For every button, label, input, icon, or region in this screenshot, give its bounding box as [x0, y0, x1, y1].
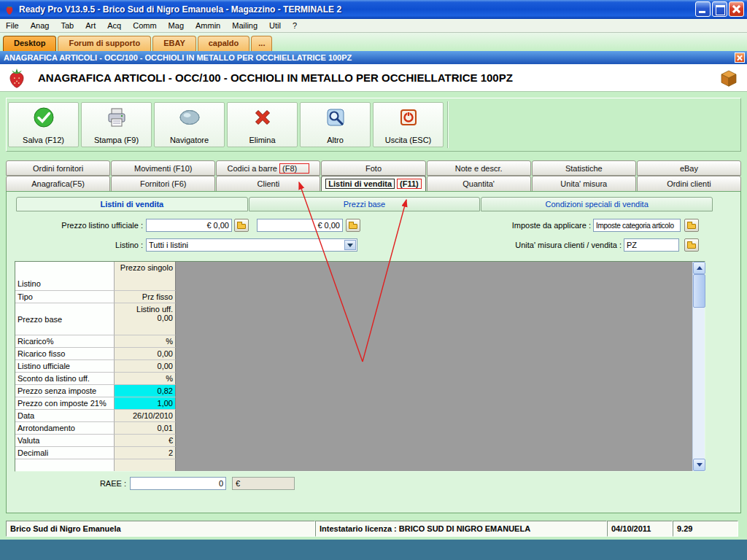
menu-mag[interactable]: Mag: [163, 19, 190, 32]
chevron-down-icon[interactable]: [344, 240, 356, 250]
session-tab-more[interactable]: ...: [251, 36, 272, 51]
tab-clienti[interactable]: Clienti: [216, 176, 320, 192]
delete-button[interactable]: Elimina: [227, 102, 298, 147]
row-value[interactable]: 2: [115, 447, 176, 459]
table-row: Tipo Prz fisso: [15, 291, 176, 303]
raee-label: RAEE :: [71, 479, 126, 488]
tab-foto[interactable]: Foto: [321, 160, 425, 176]
subtab-prezzi-base[interactable]: Prezzi base: [249, 197, 481, 211]
banner-close-icon[interactable]: [735, 52, 745, 63]
table-row: Listino ufficiale 0,00: [15, 360, 176, 373]
subtab-listini-di-vendita[interactable]: Listini di vendita: [16, 197, 248, 211]
tab-quantita[interactable]: Quantita': [427, 176, 531, 192]
save-button[interactable]: Salva (F12): [8, 102, 79, 147]
tab-row-top: Ordini fornitori Movimenti (F10) Codici …: [6, 160, 741, 176]
tab-codici-a-barre[interactable]: Codici a barre (F8): [216, 160, 320, 176]
row-value[interactable]: Listino uff. 0,00: [115, 303, 176, 335]
navigator-button[interactable]: Navigatore: [154, 102, 225, 147]
scrollbar-thumb[interactable]: [693, 274, 705, 308]
prezzo-listino-lookup-button-2[interactable]: [346, 219, 360, 232]
subtab-condizioni-speciali[interactable]: Condizioni speciali di vendita: [481, 197, 713, 211]
imposte-lookup-button[interactable]: [684, 219, 699, 232]
tab-statistiche[interactable]: Statistiche: [532, 160, 636, 176]
exit-button[interactable]: Uscita (ESC): [373, 102, 444, 147]
prezzo-listino-label: Prezzo listino ufficiale :: [26, 221, 143, 230]
menu-mailing[interactable]: Mailing: [226, 19, 263, 32]
tab-note-e-descr[interactable]: Note e descr.: [427, 160, 531, 176]
tab-label: Note e descr.: [455, 164, 503, 173]
menu-file[interactable]: File: [0, 19, 25, 32]
close-button[interactable]: [729, 1, 744, 17]
session-tab-desktop[interactable]: Desktop: [3, 36, 56, 51]
prezzo-listino-input-2[interactable]: € 0,00: [257, 219, 343, 232]
status-date: 04/10/2011: [607, 521, 673, 537]
tab-label: Statistiche: [565, 164, 603, 173]
menu-tab[interactable]: Tab: [55, 19, 80, 32]
tab-unita-misura[interactable]: Unita' misura: [532, 176, 636, 192]
row-label: Listino: [15, 262, 115, 291]
tab-listini-di-vendita[interactable]: Listini di vendita (F11): [321, 176, 425, 192]
table-row: Ricarico% %: [15, 335, 176, 348]
row-value[interactable]: %: [115, 335, 176, 348]
title-bar: Ready Pro V13.9.5 - Brico Sud di Nigro E…: [0, 0, 747, 19]
maximize-button[interactable]: [712, 1, 727, 17]
row-label: [15, 459, 115, 471]
status-time: 9.29: [673, 521, 738, 537]
menu-art[interactable]: Art: [80, 19, 101, 32]
row-value[interactable]: 0,00: [115, 360, 176, 373]
app-window: Ready Pro V13.9.5 - Brico Sud di Nigro E…: [0, 0, 747, 560]
tab-fornitori[interactable]: Fornitori (F6): [111, 176, 215, 192]
prezzo-listino-input-1[interactable]: € 0,00: [146, 219, 232, 232]
tab-ordini-clienti[interactable]: Ordini clienti: [637, 176, 741, 192]
scroll-down-icon[interactable]: [693, 459, 705, 471]
tab-label: Quantita': [462, 179, 495, 188]
row-value[interactable]: %: [115, 373, 176, 385]
banner-title: ANAGRAFICA ARTICOLI - OCC/100 - OCCHIOLI…: [4, 53, 352, 62]
scroll-up-icon[interactable]: [693, 262, 705, 274]
menu-acq[interactable]: Acq: [101, 19, 127, 32]
listino-select[interactable]: Tutti i listini: [146, 238, 357, 252]
print-button[interactable]: Stampa (F9): [81, 102, 152, 147]
row-value[interactable]: €: [115, 435, 176, 447]
unita-misura-lookup-button[interactable]: [684, 238, 699, 252]
tab-fkey-red-annotation: (F8): [279, 163, 309, 174]
vertical-scrollbar[interactable]: [692, 262, 705, 471]
tab-label: Clienti: [258, 179, 280, 188]
menu-help[interactable]: ?: [287, 19, 303, 32]
session-tab-capaldo[interactable]: capaldo: [198, 36, 250, 51]
row-value[interactable]: 0,82: [115, 385, 176, 397]
session-tab-forum[interactable]: Forum di supporto: [58, 36, 151, 51]
row-value[interactable]: 1,00: [115, 397, 176, 410]
minimize-button[interactable]: [695, 1, 711, 17]
row-label: Listino ufficiale: [15, 360, 115, 373]
save-button-label: Salva (F12): [23, 136, 64, 144]
row-label: Valuta: [15, 435, 115, 447]
tab-movimenti[interactable]: Movimenti (F10): [111, 160, 215, 176]
strawberry-icon: [6, 67, 28, 89]
raee-input[interactable]: 0: [130, 477, 226, 490]
session-tab-ebay[interactable]: EBAY: [152, 36, 196, 51]
navigator-button-label: Navigatore: [170, 136, 209, 144]
row-value[interactable]: Prz fisso: [115, 291, 176, 303]
prezzo-listino-lookup-button-1[interactable]: [234, 219, 249, 232]
menu-ammin[interactable]: Ammin: [190, 19, 226, 32]
menu-comm[interactable]: Comm: [127, 19, 162, 32]
row-value[interactable]: Prezzo singolo: [115, 262, 176, 291]
unita-misura-input[interactable]: PZ: [624, 238, 679, 252]
other-button[interactable]: Altro: [300, 102, 371, 147]
row-value[interactable]: 0,01: [115, 422, 176, 435]
magnifier-icon: [325, 106, 347, 128]
tab-ordini-fornitori[interactable]: Ordini fornitori: [6, 160, 110, 176]
package-box-icon[interactable]: [718, 67, 740, 89]
tab-ebay[interactable]: eBay: [637, 160, 741, 176]
imposte-label: Imposte da applicare :: [502, 221, 591, 230]
menu-anag[interactable]: Anag: [25, 19, 55, 32]
row-value[interactable]: 0,00: [115, 348, 176, 360]
imposte-input[interactable]: Imposte categoria articolo: [593, 219, 681, 232]
tab-anagrafica[interactable]: Anagrafica(F5): [6, 176, 110, 192]
raee-currency-field: €: [232, 477, 295, 490]
menu-util[interactable]: Util: [263, 19, 287, 32]
row-label: Ricarico fisso: [15, 348, 115, 360]
row-label: Prezzo con imposte 21%: [15, 397, 115, 410]
row-value[interactable]: 26/10/2010: [115, 410, 176, 422]
